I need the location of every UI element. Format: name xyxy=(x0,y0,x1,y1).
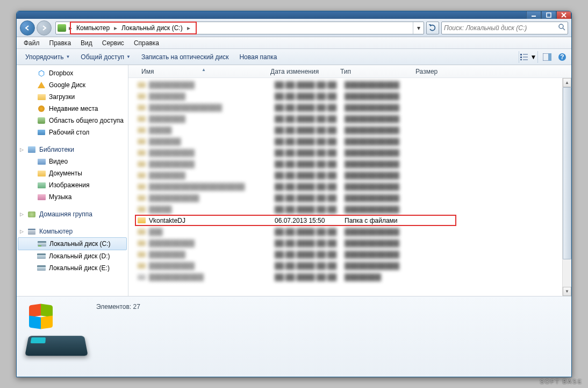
menu-service[interactable]: Сервис xyxy=(97,38,129,48)
file-name: VkontakteDJ xyxy=(149,217,275,224)
breadcrumb-computer[interactable]: Компьютер xyxy=(73,22,113,34)
file-date: 06.07.2013 15:50 xyxy=(275,217,345,224)
homegroup-icon xyxy=(27,210,36,218)
file-row[interactable]: █████████████.██.████ ██:██████████████ xyxy=(128,192,571,203)
file-row[interactable]: ████████████.██.████ ██:██████████████ xyxy=(128,79,571,90)
chevron-icon[interactable]: ▸ xyxy=(186,24,191,32)
watermark: SOFT BASE xyxy=(540,378,583,385)
chevron-icon[interactable]: ▸ xyxy=(113,24,118,32)
sidebar-item-videos[interactable]: Видео xyxy=(17,156,128,167)
burn-button[interactable]: Записать на оптический диск xyxy=(136,52,234,62)
drive-icon xyxy=(37,252,46,260)
gdrive-icon xyxy=(37,81,46,89)
file-row[interactable]: ██████████.██.████ ██:██████████████ xyxy=(128,170,571,181)
nav-row: ▸ Компьютер ▸ Локальный диск (C:) ▸ ▾ xyxy=(17,19,571,37)
svg-rect-1 xyxy=(547,13,551,17)
folder-icon xyxy=(137,216,146,225)
music-icon xyxy=(37,193,46,201)
file-row[interactable]: ███████████████████████.██.████ ██:█████… xyxy=(128,181,571,192)
col-name[interactable]: Имя▲ xyxy=(137,68,266,75)
sidebar-item-downloads[interactable]: Загрузки xyxy=(17,91,128,103)
search-icon[interactable] xyxy=(558,23,565,32)
toolbar: Упорядочить▼ Общий доступ▼ Записать на о… xyxy=(17,49,571,65)
back-button[interactable] xyxy=(20,20,35,36)
file-pane: Имя▲ Дата изменения Тип Размер █████████… xyxy=(128,65,571,296)
svg-rect-6 xyxy=(520,54,522,55)
sidebar-item-gdrive[interactable]: Google Диск xyxy=(17,79,128,91)
breadcrumb-drive[interactable]: Локальный диск (C:) xyxy=(118,22,186,34)
folder-icon xyxy=(37,93,46,101)
address-bar[interactable]: ▸ Компьютер ▸ Локальный диск (C:) ▸ ▾ xyxy=(55,22,424,34)
view-options[interactable]: ▼ xyxy=(519,51,538,63)
col-size[interactable]: Размер xyxy=(411,68,454,75)
file-row[interactable]: ████████████.██.████ ██:██████████████ xyxy=(128,260,571,271)
sidebar-item-music[interactable]: Музыка xyxy=(17,191,128,203)
search-input[interactable] xyxy=(444,24,558,32)
documents-icon xyxy=(37,169,46,178)
sidebar-item-documents[interactable]: Документы xyxy=(17,167,128,179)
file-row[interactable]: ██████████████.██.████ ██:██████████ xyxy=(128,271,571,283)
navigation-pane[interactable]: ⬡Dropbox Google Диск Загрузки Недавние м… xyxy=(17,65,128,296)
svg-rect-8 xyxy=(520,59,522,60)
sidebar-item-pictures[interactable]: Изображения xyxy=(17,179,128,191)
sidebar-item-desktop[interactable]: Рабочий стол xyxy=(17,126,128,138)
file-row[interactable]: ███████.██.████ ██:██████████████ xyxy=(128,124,571,136)
details-pane: Элементов: 27 xyxy=(17,296,571,377)
sidebar-homegroup[interactable]: ▷Домашняя группа xyxy=(17,208,128,220)
expand-icon[interactable]: ▷ xyxy=(20,211,24,217)
address-dropdown[interactable]: ▾ xyxy=(413,22,424,34)
drive-icon xyxy=(56,23,68,33)
file-row[interactable]: ████████████.██.████ ██:██████████████ xyxy=(128,158,571,170)
file-row[interactable]: █████████.██.████ ██:██████████████ xyxy=(128,136,571,147)
sidebar-item-recent[interactable]: Недавние места xyxy=(17,103,128,115)
file-row-vkontaktedj[interactable]: VkontakteDJ 06.07.2013 15:50 Папка с фай… xyxy=(128,215,571,226)
expand-icon[interactable]: ▷ xyxy=(20,147,24,152)
explorer-window: ▸ Компьютер ▸ Локальный диск (C:) ▸ ▾ Фа… xyxy=(16,11,572,377)
sidebar-computer[interactable]: ▷Компьютер xyxy=(17,225,128,237)
scroll-up-button[interactable]: ▲ xyxy=(563,78,571,87)
organize-button[interactable]: Упорядочить▼ xyxy=(20,52,75,62)
scroll-thumb[interactable] xyxy=(563,87,571,259)
forward-button[interactable] xyxy=(37,20,52,36)
sort-asc-icon: ▲ xyxy=(202,67,206,72)
file-row[interactable]: ██████████.██.████ ██:██████████████ xyxy=(128,249,571,260)
vertical-scrollbar[interactable]: ▲ ▼ xyxy=(562,78,571,296)
file-row[interactable]: █████.██.████ ██:██████████████ xyxy=(128,226,571,237)
new-folder-button[interactable]: Новая папка xyxy=(234,52,282,62)
svg-line-5 xyxy=(563,28,565,30)
scroll-down-button[interactable]: ▼ xyxy=(563,287,571,296)
sidebar-libraries[interactable]: ▷Библиотеки xyxy=(17,144,128,156)
expand-icon[interactable]: ▷ xyxy=(20,229,24,234)
file-row[interactable]: ██████████.██.████ ██:██████████████ xyxy=(128,113,571,124)
sidebar-drive-e[interactable]: Локальный диск (E:) xyxy=(17,262,128,274)
menu-help[interactable]: Справка xyxy=(129,38,164,48)
col-date[interactable]: Дата изменения xyxy=(266,68,336,75)
file-row[interactable]: ████████████.██.████ ██:██████████████ xyxy=(128,147,571,158)
file-row[interactable]: ████████████.██.████ ██:██████████████ xyxy=(128,237,571,249)
menu-view[interactable]: Вид xyxy=(76,38,97,48)
menu-bar: Файл Правка Вид Сервис Справка xyxy=(17,37,571,49)
titlebar[interactable] xyxy=(17,11,571,19)
file-list[interactable]: ████████████.██.████ ██:██████████████ █… xyxy=(128,78,571,296)
search-box[interactable] xyxy=(441,22,568,34)
menu-edit[interactable]: Правка xyxy=(45,38,76,48)
computer-icon xyxy=(27,227,36,236)
sidebar-drive-c[interactable]: Локальный диск (C:) xyxy=(18,237,127,250)
sidebar-item-dropbox[interactable]: ⬡Dropbox xyxy=(17,67,128,79)
refresh-button[interactable] xyxy=(426,22,439,34)
chevron-icon[interactable]: ▸ xyxy=(68,24,73,32)
col-type[interactable]: Тип xyxy=(336,68,411,75)
menu-file[interactable]: Файл xyxy=(19,38,45,48)
file-row[interactable]: ██████████.██.████ ██:██████████████ xyxy=(128,90,571,102)
item-count: Элементов: 27 xyxy=(96,301,140,311)
svg-point-4 xyxy=(559,24,563,29)
help-icon[interactable]: ? xyxy=(556,51,568,63)
preview-pane-button[interactable] xyxy=(541,51,553,63)
svg-rect-7 xyxy=(520,57,522,58)
sidebar-item-public[interactable]: Область общего доступа xyxy=(17,115,128,126)
share-button[interactable]: Общий доступ▼ xyxy=(75,52,136,62)
desktop-icon xyxy=(37,128,46,137)
file-row[interactable]: ███████.██.████ ██:██████████████ xyxy=(128,203,571,215)
file-row[interactable]: ██████████████████.██.████ ██:██████████… xyxy=(128,102,571,113)
sidebar-drive-d[interactable]: Локальный диск (D:) xyxy=(17,250,128,262)
